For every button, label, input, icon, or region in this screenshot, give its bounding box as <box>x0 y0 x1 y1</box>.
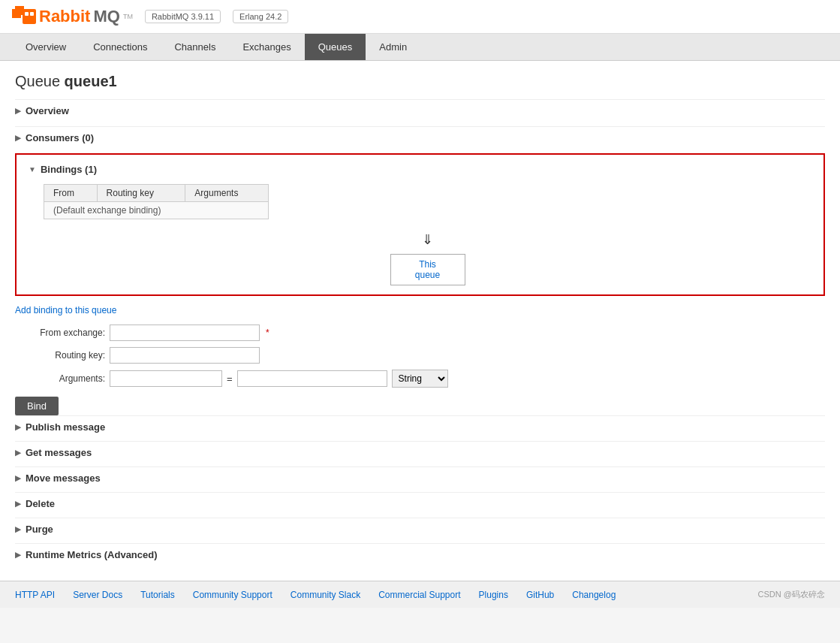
from-exchange-row: From exchange: * <box>15 325 825 341</box>
bindings-content: From Routing key Arguments (Default exch… <box>29 184 811 285</box>
down-arrow-icon: ⇓ <box>44 225 811 254</box>
main-content: Queue queue1 ▶ Overview ▶ Consumers (0) … <box>0 61 840 581</box>
publish-message-header[interactable]: ▶ Publish message <box>15 415 825 438</box>
footer-changelog[interactable]: Changelog <box>572 590 616 600</box>
consumers-section: ▶ Consumers (0) <box>15 126 825 149</box>
col-routing-key: Routing key <box>97 185 185 202</box>
svg-rect-3 <box>25 12 29 16</box>
overview-section-header[interactable]: ▶ Overview <box>15 99 825 122</box>
overview-section-label: Overview <box>26 105 69 116</box>
move-messages-section: ▶ Move messages <box>15 466 825 489</box>
col-arguments: Arguments <box>185 185 269 202</box>
rabbitmq-version-badge: RabbitMQ 3.9.11 <box>145 10 221 23</box>
nav-channels[interactable]: Channels <box>161 34 229 60</box>
purge-arrow-icon: ▶ <box>15 525 21 533</box>
publish-message-section: ▶ Publish message <box>15 415 825 438</box>
logo-tm: TM <box>123 13 133 20</box>
runtime-metrics-arrow-icon: ▶ <box>15 551 21 559</box>
nav-exchanges[interactable]: Exchanges <box>229 34 304 60</box>
delete-label: Delete <box>26 498 55 509</box>
consumers-section-header[interactable]: ▶ Consumers (0) <box>15 126 825 149</box>
footer-server-docs[interactable]: Server Docs <box>73 590 122 600</box>
bindings-section: ▼ Bindings (1) From Routing key Argument… <box>15 153 825 296</box>
footer-watermark: CSDN @码农碎念 <box>758 589 825 600</box>
logo: RabbitMQTM <box>12 6 133 27</box>
nav-admin[interactable]: Admin <box>366 34 420 60</box>
footer: HTTP API Server Docs Tutorials Community… <box>0 581 840 608</box>
runtime-metrics-section: ▶ Runtime Metrics (Advanced) <box>15 543 825 566</box>
page-title-queue: queue1 <box>65 73 117 89</box>
routing-key-label: Routing key: <box>15 350 105 361</box>
routing-key-input[interactable] <box>110 347 260 364</box>
purge-label: Purge <box>26 524 53 535</box>
logo-rabbit: Rabbit <box>39 7 90 26</box>
move-messages-arrow-icon: ▶ <box>15 474 21 482</box>
rabbitmq-logo-icon <box>12 6 36 27</box>
runtime-metrics-label: Runtime Metrics (Advanced) <box>26 549 158 560</box>
svg-rect-2 <box>23 9 36 24</box>
footer-community-slack[interactable]: Community Slack <box>291 590 360 600</box>
footer-plugins[interactable]: Plugins <box>479 590 508 600</box>
bindings-arrow-icon: ▼ <box>29 165 36 174</box>
purge-section: ▶ Purge <box>15 518 825 540</box>
bindings-table: From Routing key Arguments (Default exch… <box>44 184 269 219</box>
arguments-row: Arguments: = String Number Boolean <box>15 370 825 388</box>
from-exchange-input[interactable] <box>110 325 260 341</box>
runtime-metrics-header[interactable]: ▶ Runtime Metrics (Advanced) <box>15 543 825 566</box>
default-exchange-cell: (Default exchange binding) <box>44 202 269 219</box>
bind-button[interactable]: Bind <box>15 397 59 415</box>
bindings-section-header[interactable]: ▼ Bindings (1) <box>29 164 811 175</box>
erlang-version-badge: Erlang 24.2 <box>233 10 288 23</box>
arguments-key-input[interactable] <box>110 370 222 387</box>
footer-github[interactable]: GitHub <box>526 590 554 600</box>
bindings-section-label: Bindings (1) <box>41 164 97 175</box>
get-messages-header[interactable]: ▶ Get messages <box>15 441 825 463</box>
col-from: From <box>44 185 98 202</box>
page-title: Queue queue1 <box>15 73 825 90</box>
delete-header[interactable]: ▶ Delete <box>15 492 825 515</box>
move-messages-header[interactable]: ▶ Move messages <box>15 466 825 489</box>
binding-row: (Default exchange binding) <box>44 202 269 219</box>
arguments-value-input[interactable] <box>237 370 387 387</box>
consumers-section-label: Consumers (0) <box>26 132 94 143</box>
publish-arrow-icon: ▶ <box>15 423 21 431</box>
bindings-table-wrap: From Routing key Arguments (Default exch… <box>44 184 811 219</box>
overview-section: ▶ Overview <box>15 99 825 122</box>
logo-mq: MQ <box>93 7 119 26</box>
footer-http-api[interactable]: HTTP API <box>15 590 55 600</box>
arguments-type-select[interactable]: String Number Boolean <box>392 370 448 388</box>
nav-overview[interactable]: Overview <box>12 34 80 60</box>
delete-arrow-icon: ▶ <box>15 500 21 508</box>
from-exchange-label: From exchange: <box>15 328 105 338</box>
main-nav: Overview Connections Channels Exchanges … <box>0 34 840 61</box>
arguments-label: Arguments: <box>15 373 105 384</box>
purge-header[interactable]: ▶ Purge <box>15 518 825 540</box>
overview-arrow-icon: ▶ <box>15 107 21 115</box>
footer-tutorials[interactable]: Tutorials <box>140 590 175 600</box>
get-messages-section: ▶ Get messages <box>15 441 825 463</box>
move-messages-label: Move messages <box>26 472 101 484</box>
equals-sign: = <box>227 373 233 385</box>
svg-rect-4 <box>30 12 34 16</box>
header: RabbitMQTM RabbitMQ 3.9.11 Erlang 24.2 <box>0 0 840 34</box>
routing-key-row: Routing key: <box>15 347 825 364</box>
footer-commercial-support[interactable]: Commercial Support <box>378 590 460 600</box>
get-messages-arrow-icon: ▶ <box>15 448 21 457</box>
consumers-arrow-icon: ▶ <box>15 134 21 142</box>
this-queue-container: This queue <box>44 254 811 285</box>
get-messages-label: Get messages <box>26 447 92 458</box>
required-marker: * <box>266 328 269 338</box>
nav-connections[interactable]: Connections <box>80 34 161 60</box>
nav-queues[interactable]: Queues <box>305 34 366 60</box>
add-binding-form: From exchange: * Routing key: Arguments:… <box>15 325 825 415</box>
add-binding-link[interactable]: Add binding to this queue <box>15 305 825 315</box>
page-title-prefix: Queue <box>15 73 65 89</box>
footer-community-support[interactable]: Community Support <box>193 590 272 600</box>
publish-message-label: Publish message <box>26 421 105 433</box>
delete-section: ▶ Delete <box>15 492 825 515</box>
this-queue-button[interactable]: This queue <box>390 254 465 285</box>
